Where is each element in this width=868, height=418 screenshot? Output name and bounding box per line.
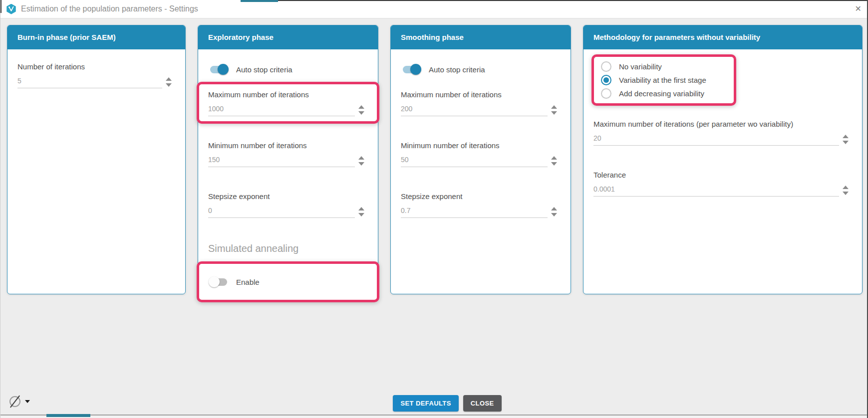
spinner-up-icon[interactable]: [166, 77, 172, 81]
highlight-box-max-iterations: Maximum number of iterations 1000: [197, 82, 379, 124]
field-label: Maximum number of iterations: [208, 90, 368, 99]
toggle-label: Auto stop criteria: [429, 65, 485, 74]
background-app-teal-fragment-top: [241, 0, 278, 2]
radio-label: Add decreasing variability: [619, 89, 704, 98]
radio-icon[interactable]: [601, 88, 611, 99]
panel-burnin-title: Burn-in phase (prior SAEM): [7, 25, 185, 49]
spinner-down-icon[interactable]: [843, 141, 849, 144]
dialog-title: Estimation of the population parameters …: [21, 4, 198, 13]
window-left-border: [0, 0, 1, 13]
toggle-knob[interactable]: [218, 64, 229, 75]
methodology-tolerance-input[interactable]: 0.0001: [593, 185, 839, 197]
smoothing-auto-stop-row: Auto stop criteria: [403, 63, 561, 75]
toggle-knob[interactable]: [209, 276, 220, 287]
field-label: Minimum number of iterations: [401, 141, 561, 150]
exploratory-max-iterations-input[interactable]: 1000: [208, 105, 355, 116]
spinner-up-icon[interactable]: [358, 105, 364, 109]
radio-row-add-decreasing-variability[interactable]: Add decreasing variability: [601, 87, 727, 100]
radio-label: Variability at the first stage: [619, 76, 706, 84]
auto-stop-toggle[interactable]: [210, 66, 227, 73]
burnin-iterations-input[interactable]: 5: [17, 77, 162, 88]
smoothing-min-iterations-field: Minimum number of iterations 50: [401, 141, 561, 167]
field-label: Stepsize exponent: [208, 192, 368, 201]
methodology-tolerance-spinner[interactable]: [839, 186, 852, 197]
close-icon[interactable]: ✕: [855, 5, 862, 13]
toggle-knob[interactable]: [410, 64, 421, 75]
panel-exploratory-phase: Exploratory phase Auto stop criteria Max…: [198, 25, 378, 294]
panel-smoothing-phase: Smoothing phase Auto stop criteria Maxim…: [390, 25, 571, 294]
spinner-down-icon[interactable]: [551, 162, 557, 166]
exploratory-stepsize-field: Stepsize exponent 0: [208, 192, 368, 218]
window-bottom-strip: [0, 416, 868, 418]
radio-row-no-variability[interactable]: No variability: [601, 60, 727, 73]
panel-methodology: Methodology for parameters without varia…: [583, 25, 863, 294]
spinner-down-icon[interactable]: [358, 213, 364, 216]
field-label: Tolerance: [593, 171, 852, 179]
window-bottom-border: [0, 415, 868, 416]
exploratory-min-iterations-spinner[interactable]: [355, 156, 368, 167]
spinner-up-icon[interactable]: [843, 186, 849, 189]
smoothing-min-iterations-input[interactable]: 50: [401, 156, 548, 167]
burnin-iterations-spinner[interactable]: [162, 77, 175, 88]
panel-methodology-title: Methodology for parameters without varia…: [583, 25, 862, 49]
highlight-box-variability-radios: No variability Variability at the first …: [591, 54, 736, 106]
smoothing-max-iterations-field: Maximum number of iterations 200: [401, 90, 561, 116]
exploratory-stepsize-spinner[interactable]: [355, 207, 368, 218]
toggle-label: Auto stop criteria: [236, 65, 292, 74]
smoothing-max-iterations-spinner[interactable]: [548, 105, 561, 116]
spinner-up-icon[interactable]: [551, 207, 557, 210]
methodology-max-iterations-field: Maximum number of iterations (per parame…: [593, 120, 852, 146]
methodology-max-iterations-spinner[interactable]: [839, 135, 852, 146]
toggle-label: Enable: [236, 278, 260, 286]
title-bar: Estimation of the population parameters …: [0, 0, 868, 18]
spinner-up-icon[interactable]: [358, 207, 364, 210]
smoothing-stepsize-spinner[interactable]: [548, 207, 561, 218]
field-label: Maximum number of iterations (per parame…: [593, 120, 852, 128]
methodology-max-iterations-input[interactable]: 20: [593, 134, 839, 146]
spinner-down-icon[interactable]: [843, 192, 849, 195]
panel-burnin-phase: Burn-in phase (prior SAEM) Number of ite…: [7, 25, 186, 294]
simulated-annealing-heading: Simulated annealing: [208, 243, 368, 254]
smoothing-max-iterations-input[interactable]: 200: [401, 105, 548, 116]
annealing-enable-toggle[interactable]: [210, 278, 227, 286]
panel-exploratory-title: Exploratory phase: [198, 25, 378, 49]
smoothing-stepsize-field: Stepsize exponent 0.7: [401, 192, 561, 218]
radio-label: No variability: [619, 62, 662, 71]
exploratory-max-iterations-field: Maximum number of iterations 1000: [208, 90, 368, 116]
exploratory-stepsize-input[interactable]: 0: [208, 207, 355, 218]
auto-stop-toggle[interactable]: [403, 66, 420, 73]
smoothing-min-iterations-spinner[interactable]: [548, 156, 561, 167]
highlight-box-enable: Enable: [197, 261, 379, 302]
background-window-top-edge: [278, 0, 868, 1]
exploratory-min-iterations-field: Minimum number of iterations 150: [208, 141, 368, 167]
radio-row-variability-first-stage[interactable]: Variability at the first stage: [601, 73, 727, 87]
methodology-tolerance-field: Tolerance 0.0001: [593, 171, 852, 197]
spinner-down-icon[interactable]: [358, 111, 364, 115]
panel-smoothing-title: Smoothing phase: [391, 25, 571, 49]
field-label: Minimum number of iterations: [208, 141, 368, 150]
spinner-down-icon[interactable]: [551, 111, 557, 115]
footer-buttons: SET DEFAULTS CLOSE: [13, 395, 868, 412]
field-label: Stepsize exponent: [401, 192, 561, 201]
burnin-iterations-field: Number of iterations 5: [17, 62, 175, 88]
field-label: Maximum number of iterations: [401, 90, 561, 99]
spinner-up-icon[interactable]: [843, 135, 849, 138]
set-defaults-button[interactable]: SET DEFAULTS: [393, 395, 458, 412]
spinner-down-icon[interactable]: [358, 162, 364, 166]
spinner-up-icon[interactable]: [551, 156, 557, 160]
radio-icon[interactable]: [601, 75, 611, 85]
smoothing-stepsize-input[interactable]: 0.7: [401, 207, 548, 218]
spinner-down-icon[interactable]: [551, 213, 557, 216]
radio-icon[interactable]: [601, 61, 611, 72]
spinner-down-icon[interactable]: [166, 83, 172, 87]
exploratory-auto-stop-row: Auto stop criteria: [210, 63, 368, 75]
exploratory-min-iterations-input[interactable]: 150: [208, 156, 355, 167]
field-label: Number of iterations: [17, 62, 175, 71]
monolix-logo-icon: [6, 4, 16, 14]
exploratory-max-iterations-spinner[interactable]: [355, 105, 368, 116]
settings-panels: Burn-in phase (prior SAEM) Number of ite…: [7, 25, 863, 294]
background-app-teal-fragment-bottom: [46, 414, 90, 417]
spinner-up-icon[interactable]: [358, 156, 364, 160]
spinner-up-icon[interactable]: [551, 105, 557, 109]
close-button[interactable]: CLOSE: [463, 395, 502, 412]
